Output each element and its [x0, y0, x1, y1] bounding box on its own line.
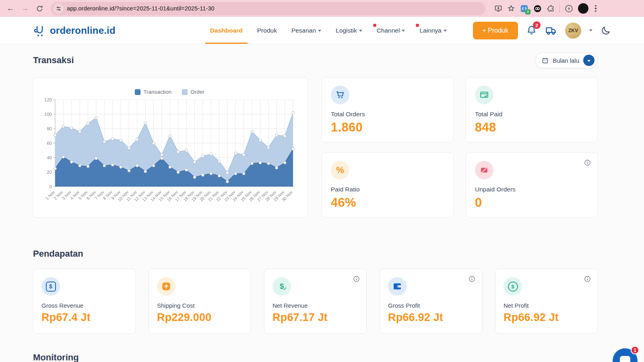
- dark-mode-toggle[interactable]: [601, 25, 611, 36]
- dollar-check-icon: $✓: [272, 277, 291, 296]
- add-produk-button[interactable]: + Produk: [473, 22, 518, 39]
- svg-text:40: 40: [47, 155, 52, 160]
- browser-menu-button[interactable]: [593, 4, 598, 14]
- browser-forward-button[interactable]: →: [19, 2, 31, 15]
- nav-item-logistik[interactable]: Logistik: [336, 17, 362, 44]
- stat-value: Rp67.17 Jt: [272, 311, 358, 324]
- user-avatar[interactable]: ZKV: [565, 23, 581, 39]
- total-orders-card: Total Orders 1.860: [322, 77, 454, 142]
- info-icon[interactable]: [469, 276, 475, 284]
- stat-value: 46%: [331, 195, 444, 210]
- money-bill-icon: $: [41, 277, 60, 296]
- nav-item-produk[interactable]: Produk: [257, 17, 277, 44]
- stat-label: Unpaid Orders: [475, 186, 588, 193]
- transaction-chart-card: Transaction Order 0204060801001201 Nov2 …: [33, 77, 308, 218]
- svg-text:60: 60: [47, 141, 52, 146]
- svg-text:100: 100: [44, 112, 52, 117]
- chat-unread-badge: 1: [631, 346, 639, 354]
- legend-item-order: Order: [182, 89, 204, 95]
- monitoring-title: Monitoring: [33, 352, 598, 362]
- app-header: orderonline.id Dashboard Produk Pesanan …: [0, 17, 644, 44]
- transaksi-title: Transaksi: [33, 55, 74, 66]
- logo-text: orderonline.id: [50, 25, 116, 36]
- chevron-down-icon: [318, 30, 321, 32]
- dollar-circle-icon: $: [504, 277, 522, 296]
- browser-reload-button[interactable]: [33, 2, 46, 15]
- paid-ratio-card: % Paid Ratio 46%: [322, 152, 454, 218]
- stat-value: Rp67.4 Jt: [41, 311, 127, 324]
- shipping-button[interactable]: [545, 25, 557, 37]
- unpaid-orders-card: Unpaid Orders 0: [466, 152, 598, 218]
- browser-back-button[interactable]: ←: [4, 2, 17, 15]
- reload-icon: [36, 5, 43, 12]
- stat-value: 1.860: [331, 120, 444, 135]
- logo[interactable]: orderonline.id: [33, 24, 116, 37]
- stat-value: 848: [475, 120, 588, 135]
- percent-icon: %: [331, 161, 349, 179]
- account-chevron-down-icon[interactable]: [589, 29, 592, 31]
- info-icon[interactable]: [584, 159, 591, 168]
- stat-value: 0: [475, 195, 588, 210]
- info-icon[interactable]: [353, 276, 360, 284]
- site-settings-icon[interactable]: [53, 3, 64, 14]
- package-up-icon: [157, 277, 175, 296]
- stat-label: Net Revenue: [272, 302, 358, 309]
- stat-label: Gross Revenue: [41, 302, 127, 309]
- chat-bubble-icon: [620, 356, 630, 362]
- chevron-down-icon: [359, 30, 362, 32]
- card-slash-icon: [475, 161, 493, 179]
- net-profit-card: $ Net Profit Rp66.92 Jt: [495, 269, 598, 334]
- extension-dark-icon[interactable]: [533, 4, 542, 13]
- nav-item-channel[interactable]: Channel: [377, 17, 405, 44]
- cart-icon: [331, 86, 349, 104]
- extension-devtools-icon[interactable]: 2: [520, 4, 528, 13]
- extensions-puzzle-icon[interactable]: [547, 4, 555, 12]
- notifications-button[interactable]: 2: [526, 25, 537, 36]
- date-range-dropdown-button[interactable]: [583, 55, 594, 66]
- date-range-label: Bulan lalu: [553, 57, 579, 64]
- stat-label: Shipping Cost: [157, 302, 243, 309]
- stat-value: Rp229.000: [157, 311, 243, 324]
- stat-label: Paid Ratio: [331, 186, 444, 193]
- truck-icon: [545, 25, 557, 37]
- stat-value: Rp66.92 Jt: [504, 311, 589, 324]
- date-range-selector[interactable]: Bulan lalu: [535, 52, 598, 68]
- browser-profile-avatar[interactable]: [578, 3, 588, 14]
- stat-label: Total Paid: [475, 111, 588, 118]
- browser-toolbar: ← → app.orderonline.id/?since=2025-11-01…: [0, 0, 644, 17]
- wallet-icon: [388, 277, 407, 296]
- address-bar[interactable]: app.orderonline.id/?since=2025-11-01&unt…: [51, 2, 485, 15]
- nav-item-dashboard[interactable]: Dashboard: [210, 17, 243, 44]
- transaction-order-area-chart: 0204060801001201 Nov2 Nov3 Nov4 Nov5 Nov…: [39, 96, 299, 213]
- info-icon[interactable]: [584, 276, 591, 284]
- svg-text:120: 120: [44, 97, 52, 102]
- pendapatan-title: Pendapatan: [33, 249, 83, 259]
- nav-item-pesanan[interactable]: Pesanan: [291, 17, 321, 44]
- svg-text:20: 20: [47, 170, 52, 175]
- nav-item-lainnya[interactable]: Lainnya: [419, 17, 446, 44]
- legend-swatch-transaction: [135, 89, 140, 95]
- stat-label: Gross Profit: [388, 302, 474, 309]
- moon-icon: [601, 25, 611, 36]
- url-text[interactable]: app.orderonline.id/?since=2025-11-01&unt…: [67, 5, 215, 12]
- gross-revenue-card: $ Gross Revenue Rp67.4 Jt: [33, 269, 136, 334]
- extension-badge: 2: [525, 9, 530, 14]
- gross-profit-card: Gross Profit Rp66.92 Jt: [380, 269, 482, 334]
- install-app-icon[interactable]: [494, 4, 502, 12]
- stat-label: Total Orders: [331, 111, 444, 118]
- calendar-icon: [542, 57, 549, 64]
- shipping-cost-card: Shipping Cost Rp229.000: [149, 269, 251, 334]
- chart-legend: Transaction Order: [39, 89, 300, 95]
- new-feature-dot: [373, 24, 376, 27]
- legend-swatch-order: [182, 89, 188, 95]
- main-nav: Dashboard Produk Pesanan Logistik Channe…: [210, 17, 447, 44]
- net-revenue-card: $✓ Net Revenue Rp67.17 Jt: [264, 269, 367, 334]
- chevron-down-icon: [587, 60, 590, 62]
- extension-bolt-icon[interactable]: [565, 4, 573, 13]
- bookmark-star-icon[interactable]: [507, 4, 515, 12]
- toolbar-divider: [559, 4, 560, 12]
- svg-text:0: 0: [50, 184, 52, 189]
- legend-item-transaction: Transaction: [135, 89, 171, 95]
- total-paid-card: Total Paid 848: [466, 77, 598, 142]
- chevron-down-icon: [444, 30, 447, 32]
